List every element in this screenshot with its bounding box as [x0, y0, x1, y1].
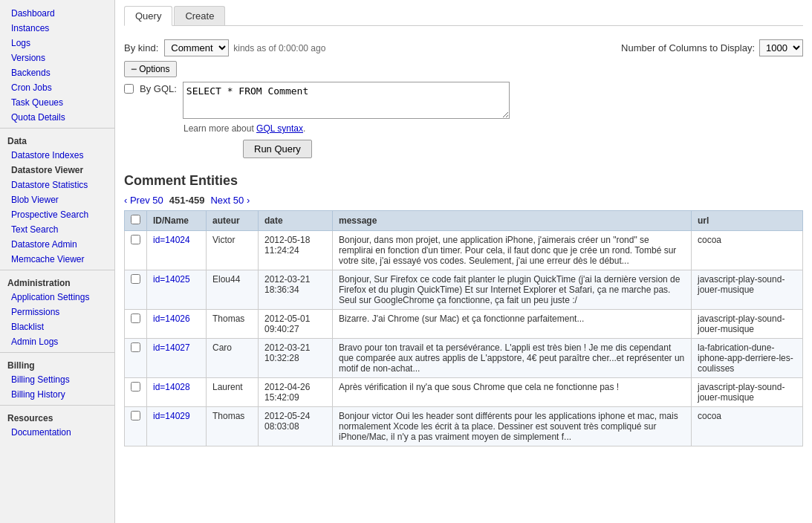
entity-id-link[interactable]: id=14026	[153, 314, 190, 324]
row-checkbox-cell	[125, 407, 147, 446]
tab-bar: Query Create	[124, 6, 803, 26]
sidebar-item-blacklist[interactable]: Blacklist	[0, 319, 114, 334]
sidebar-item-permissions[interactable]: Permissions	[0, 305, 114, 319]
entity-id-link[interactable]: id=14028	[153, 382, 190, 392]
sidebar-item-datastore-viewer[interactable]: Datastore Viewer	[0, 163, 114, 178]
row-message-cell: Bonjour victor Oui les header sont diffé…	[333, 407, 692, 446]
row-checkbox-cell	[125, 310, 147, 339]
run-query-button[interactable]: Run Query	[243, 140, 312, 158]
entity-id-link[interactable]: id=14025	[153, 274, 190, 285]
kind-selector-wrapper: Comment kinds as of 0:00:00 ago	[164, 39, 325, 56]
row-auteur-cell: Thomas	[207, 407, 259, 446]
gql-row: By GQL:	[124, 82, 803, 119]
sidebar-item-billing-history[interactable]: Billing History	[0, 387, 114, 402]
select-all-checkbox[interactable]	[131, 215, 140, 224]
row-message-cell: Après vérification il ny'a que sous Chro…	[333, 378, 692, 407]
row-auteur-cell: Victor	[207, 231, 259, 270]
row-message-cell: Bravo pour ton travail et ta persévéranc…	[333, 339, 692, 378]
run-query-row: Run Query	[183, 140, 803, 158]
gql-syntax-link[interactable]: GQL syntax	[256, 123, 303, 134]
row-message-cell: Bonjour, dans mon projet, une applicatio…	[333, 231, 692, 270]
row-checkbox[interactable]	[131, 382, 140, 392]
row-id-cell: id=14029	[147, 407, 207, 446]
row-date-cell: 2012-05-01 09:40:27	[259, 310, 333, 339]
learn-more-row: Learn more about GQL syntax.	[183, 123, 803, 134]
row-checkbox[interactable]	[131, 411, 140, 420]
billing-section-label: Billing	[0, 356, 114, 372]
tab-query[interactable]: Query	[124, 6, 172, 26]
sidebar-item-task-queues[interactable]: Task Queues	[0, 95, 114, 110]
kind-select[interactable]: Comment	[164, 39, 229, 56]
sidebar-item-blob-viewer[interactable]: Blob Viewer	[0, 192, 114, 207]
row-checkbox[interactable]	[131, 342, 140, 352]
col-header-id: ID/Name	[147, 211, 207, 231]
sidebar-item-versions[interactable]: Versions	[0, 51, 114, 65]
sidebar-item-admin-logs[interactable]: Admin Logs	[0, 334, 114, 349]
row-checkbox[interactable]	[131, 274, 140, 284]
row-id-cell: id=14025	[147, 270, 207, 310]
sidebar-item-text-search[interactable]: Text Search	[0, 222, 114, 237]
row-url-cell: cocoa	[692, 407, 803, 446]
col-header-date: date	[259, 211, 333, 231]
row-auteur-cell: Thomas	[207, 310, 259, 339]
kind-timestamp: kinds as of 0:00:00 ago	[233, 43, 325, 53]
row-checkbox[interactable]	[131, 235, 140, 244]
row-url-cell: javascript-play-sound-jouer-musique	[692, 378, 803, 407]
sidebar-item-app-settings[interactable]: Application Settings	[0, 290, 114, 305]
current-page: 451-459	[169, 195, 205, 206]
num-columns-select[interactable]: 1000	[759, 39, 803, 56]
row-checkbox[interactable]	[131, 314, 140, 323]
sidebar-item-memcache-viewer[interactable]: Memcache Viewer	[0, 252, 114, 267]
row-date-cell: 2012-03-21 10:32:28	[259, 339, 333, 378]
sidebar-item-quota-details[interactable]: Quota Details	[0, 110, 114, 125]
row-message-cell: Bizarre. J'ai Chrome (sur Mac) et ça fon…	[333, 310, 692, 339]
row-url-cell: cocoa	[692, 231, 803, 270]
table-row: id=14029 Thomas 2012-05-24 08:03:08 Bonj…	[125, 407, 803, 446]
section-title: Comment Entities	[124, 173, 803, 189]
sidebar-item-dashboard[interactable]: Dashboard	[0, 6, 114, 21]
gql-textarea[interactable]	[183, 82, 510, 119]
sidebar-item-datastore-statistics[interactable]: Datastore Statistics	[0, 178, 114, 192]
row-checkbox-cell	[125, 378, 147, 407]
tab-create[interactable]: Create	[174, 6, 225, 25]
options-minus-icon: −	[131, 63, 137, 75]
num-columns-label: Number of Columns to Display:	[621, 42, 755, 53]
sidebar-item-cron-jobs[interactable]: Cron Jobs	[0, 80, 114, 95]
gql-checkbox[interactable]	[124, 84, 134, 94]
row-url-cell: la-fabrication-dune-iphone-app-derriere-…	[692, 339, 803, 378]
prev-page-link[interactable]: ‹ Prev 50	[124, 195, 163, 206]
sidebar-item-backends[interactable]: Backends	[0, 65, 114, 80]
next-page-link[interactable]: Next 50 ›	[210, 195, 250, 206]
table-row: id=14025 Elou44 2012-03-21 18:36:34 Bonj…	[125, 270, 803, 310]
sidebar-item-logs[interactable]: Logs	[0, 36, 114, 51]
sidebar-item-instances[interactable]: Instances	[0, 21, 114, 36]
pagination: ‹ Prev 50 451-459 Next 50 ›	[124, 195, 803, 206]
entity-id-link[interactable]: id=14024	[153, 235, 190, 245]
data-section-label: Data	[0, 131, 114, 148]
learn-more-text: Learn more about	[183, 123, 254, 134]
col-header-auteur: auteur	[207, 211, 259, 231]
entity-id-link[interactable]: id=14027	[153, 342, 190, 353]
row-date-cell: 2012-03-21 18:36:34	[259, 270, 333, 310]
sidebar-item-datastore-indexes[interactable]: Datastore Indexes	[0, 148, 114, 163]
sidebar-item-prospective-search[interactable]: Prospective Search	[0, 207, 114, 222]
options-label: Options	[139, 64, 169, 74]
sidebar: Dashboard Instances Logs Versions Backen…	[0, 0, 115, 523]
row-date-cell: 2012-05-24 08:03:08	[259, 407, 333, 446]
row-date-cell: 2012-05-18 11:24:24	[259, 231, 333, 270]
administration-section-label: Administration	[0, 273, 114, 290]
col-header-url: url	[692, 211, 803, 231]
row-checkbox-cell	[125, 270, 147, 310]
table-row: id=14026 Thomas 2012-05-01 09:40:27 Biza…	[125, 310, 803, 339]
options-button[interactable]: − Options	[124, 61, 177, 77]
col-header-message: message	[333, 211, 692, 231]
entity-id-link[interactable]: id=14029	[153, 411, 190, 421]
query-form: By kind: Comment kinds as of 0:00:00 ago…	[124, 33, 803, 164]
row-checkbox-cell	[125, 231, 147, 270]
sidebar-item-documentation[interactable]: Documentation	[0, 425, 114, 440]
row-id-cell: id=14026	[147, 310, 207, 339]
sidebar-item-datastore-admin[interactable]: Datastore Admin	[0, 237, 114, 252]
sidebar-item-billing-settings[interactable]: Billing Settings	[0, 372, 114, 387]
gql-label: By GQL:	[140, 82, 177, 94]
kind-row: By kind: Comment kinds as of 0:00:00 ago…	[124, 39, 803, 56]
